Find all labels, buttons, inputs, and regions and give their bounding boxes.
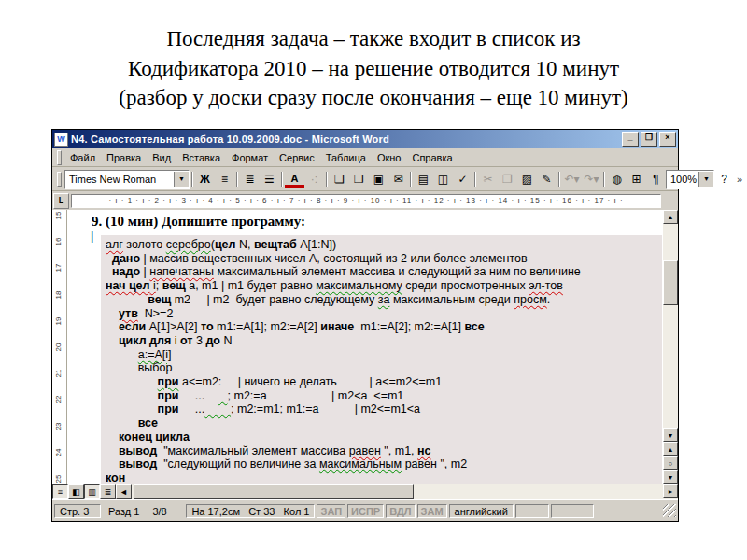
document-page[interactable]: 9. (10 мин) Допишите программу: | алг зо… xyxy=(67,210,663,484)
resize-grip[interactable] xyxy=(663,504,676,517)
status-mode-indicator[interactable]: ЗАМ xyxy=(417,504,447,518)
menu-item[interactable]: Таблица xyxy=(320,151,372,164)
vertical-scroll-track[interactable] xyxy=(663,224,678,428)
web-layout-view-icon[interactable]: ◧ xyxy=(68,484,84,499)
code-line: все xyxy=(106,416,662,430)
menu-item[interactable]: Формат xyxy=(226,151,274,164)
next-page-icon[interactable]: ▼ xyxy=(663,470,678,484)
slide-title-line: Кодификатора 2010 – на решение отводится… xyxy=(37,54,710,84)
scroll-left-icon[interactable]: ◄ xyxy=(116,484,132,499)
scroll-down-icon[interactable]: ▼ xyxy=(663,428,678,442)
toolbar: Times New Roman ▼ Ж≡≣☰A·:❏❒▣✉▤◫✓✂❐▨✎↶▾↷▾… xyxy=(52,167,678,191)
vertical-ruler-mark: 22 xyxy=(56,396,63,404)
toolbar-drag-handle[interactable] xyxy=(57,172,62,187)
vertical-ruler-mark: 17 xyxy=(56,264,63,273)
menu-item[interactable]: Окно xyxy=(372,151,407,164)
font-name-select[interactable]: Times New Roman ▼ xyxy=(64,170,190,189)
previous-page-icon[interactable]: ▲ xyxy=(663,442,678,456)
status-page: Стр. 3 xyxy=(54,504,101,518)
undo-icon[interactable]: ↶▾ xyxy=(562,170,582,188)
help-button[interactable]: ? xyxy=(714,170,734,188)
vertical-scroll-thumb[interactable] xyxy=(663,260,678,305)
code-line: утв N>=2 xyxy=(106,307,662,321)
save-icon[interactable]: ▣ xyxy=(369,170,388,188)
horizontal-ruler[interactable]: · ı · 1 · ı · 2 · ı · 3 · ı · 4 · ı · 5 … xyxy=(71,194,661,208)
slide-title-line: (разбор у доски сразу после окончания – … xyxy=(37,83,710,113)
status-mode-indicator[interactable]: ЗАП xyxy=(317,504,345,518)
menu-item[interactable]: Файл xyxy=(64,151,101,164)
title-bar[interactable]: W N4. Самостоятельная работа 10.09.2009.… xyxy=(52,130,678,148)
cut-icon[interactable]: ✂ xyxy=(478,170,498,188)
horizontal-scrollbar[interactable]: ≡◧▥≣◄ ► xyxy=(52,484,678,499)
chevron-down-icon[interactable]: ▼ xyxy=(174,172,189,187)
spelling-icon[interactable]: ✓ xyxy=(453,170,472,188)
chevron-down-icon[interactable]: ▼ xyxy=(698,172,713,187)
menu-item[interactable]: Справка xyxy=(406,151,458,164)
vertical-scrollbar[interactable]: ▲ ▼ ▲ ○ ▼ xyxy=(663,210,678,484)
print-layout-view-icon[interactable]: ▥ xyxy=(84,484,100,499)
normal-view-icon[interactable]: ≡ xyxy=(52,484,68,499)
bullets-icon[interactable]: ☰ xyxy=(260,170,279,188)
align-left-icon[interactable]: ≡ xyxy=(215,170,234,188)
status-empty-segment xyxy=(515,504,549,518)
vertical-ruler-mark: 25 xyxy=(56,474,63,483)
scroll-up-icon[interactable]: ▲ xyxy=(663,210,678,224)
horizontal-scroll-track[interactable] xyxy=(132,484,663,499)
status-page-of: 3/8 xyxy=(147,504,184,518)
toolbar-options-icon[interactable]: » xyxy=(737,174,742,185)
tab-selector[interactable]: L xyxy=(53,193,69,209)
vertical-ruler-mark: 24 xyxy=(56,448,63,456)
vertical-ruler-mark: 18 xyxy=(56,290,63,299)
vertical-ruler-mark: 15 xyxy=(56,212,63,220)
code-line: конец цикла xyxy=(106,430,662,444)
toolbar-separator xyxy=(603,172,605,187)
select-browse-object-icon[interactable]: ○ xyxy=(663,456,678,470)
status-empty-segment xyxy=(551,504,594,518)
zoom-select[interactable]: 100% ▼ xyxy=(666,170,714,189)
scroll-right-icon[interactable]: ► xyxy=(663,484,678,498)
mail-icon[interactable]: ✉ xyxy=(388,170,408,188)
bold-icon[interactable]: Ж xyxy=(195,170,215,188)
status-mode-indicator[interactable]: ИСПР xyxy=(347,504,384,518)
vertical-ruler-mark: 21 xyxy=(56,370,63,378)
print-preview-icon[interactable]: ◫ xyxy=(433,170,453,188)
show-paragraph-marks-icon[interactable]: ¶ xyxy=(646,170,666,188)
print-icon[interactable]: ▤ xyxy=(414,170,433,188)
word-app-icon: W xyxy=(54,133,68,147)
code-line: если A[1]>A[2] то m1:=A[1]; m2:=A[2] ина… xyxy=(106,320,662,334)
outline-view-icon[interactable]: ≣ xyxy=(100,484,116,499)
status-language[interactable]: английский xyxy=(449,504,514,518)
more-format-icon[interactable]: ·: xyxy=(304,170,324,188)
menu-drag-handle[interactable] xyxy=(57,150,62,165)
paste-icon[interactable]: ▨ xyxy=(517,170,537,188)
menu-item[interactable]: Вид xyxy=(147,151,176,164)
copy-icon[interactable]: ❐ xyxy=(498,170,517,188)
horizontal-scroll-thumb[interactable] xyxy=(134,484,414,499)
code-line: вывод "максимальный элемент массива раве… xyxy=(106,444,662,458)
tables-borders-icon[interactable]: ⊞ xyxy=(627,170,646,188)
font-name-value: Times New Roman xyxy=(69,174,156,185)
insert-hyperlink-icon[interactable]: ◍ xyxy=(607,170,627,188)
minimize-button[interactable]: _ xyxy=(622,132,639,147)
presentation-slide: Последняя задача – также входит в список… xyxy=(0,0,747,560)
menu-item[interactable]: Сервис xyxy=(274,151,320,164)
menu-item[interactable]: Правка xyxy=(101,151,147,164)
zoom-value: 100% xyxy=(670,174,697,185)
status-section: Разд 1 xyxy=(103,504,145,518)
menu-item[interactable]: Вставка xyxy=(176,151,226,164)
code-line: нач цел i; вещ a, m1 | m1 будет равно ма… xyxy=(106,279,662,293)
numbering-icon[interactable]: ≣ xyxy=(240,170,260,188)
code-line: кон xyxy=(106,471,662,484)
font-color-icon[interactable]: A xyxy=(285,172,304,188)
status-mode-indicator[interactable]: ВДЛ xyxy=(386,504,415,518)
maximize-button[interactable]: ❐ xyxy=(641,132,657,147)
format-painter-icon[interactable]: ✎ xyxy=(537,170,557,188)
vertical-ruler-mark: 19 xyxy=(56,316,63,325)
redo-icon[interactable]: ↷▾ xyxy=(582,170,601,188)
close-button[interactable]: × xyxy=(659,132,676,147)
new-document-icon[interactable]: ❏ xyxy=(330,170,349,188)
task-heading: 9. (10 мин) Допишите программу: xyxy=(92,214,663,230)
vertical-ruler[interactable]: 1516171819202122232425 xyxy=(52,210,67,484)
open-icon[interactable]: ❒ xyxy=(349,170,369,188)
vertical-ruler-mark: 23 xyxy=(56,422,63,430)
